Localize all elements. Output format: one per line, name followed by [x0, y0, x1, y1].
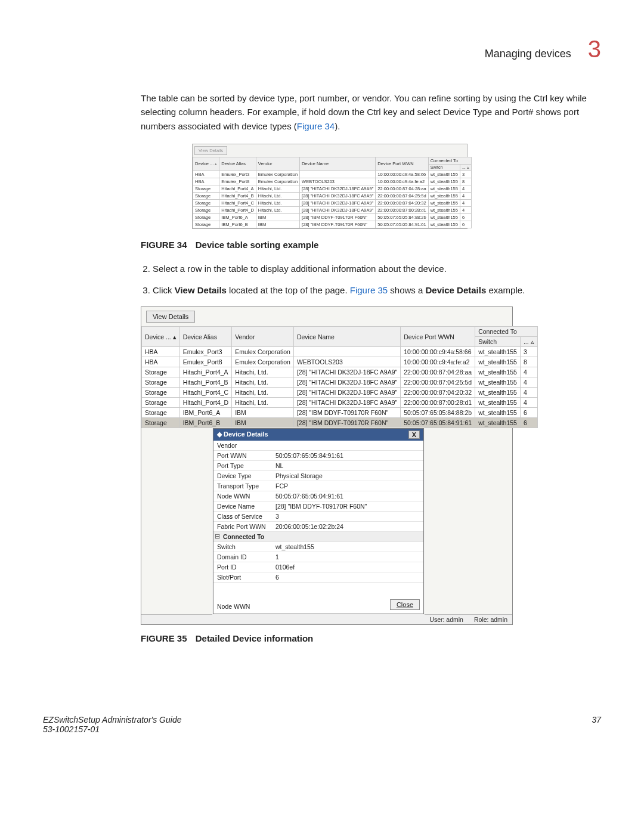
step-2: Select a row in the table to display add… [153, 262, 601, 276]
detail-val: NL [272, 461, 423, 471]
detail-val: [28] "IBM DDYF-T09170R F60N" [272, 501, 423, 512]
detail-group[interactable]: Connected To [213, 532, 423, 542]
device-table: Device ... ▴ Device Alias Vendor Device … [141, 326, 538, 428]
view-details-button[interactable]: View Details [146, 311, 195, 323]
col-connected[interactable]: Connected To [428, 157, 471, 164]
detail-val: 6 [272, 572, 423, 583]
footer-docnum: 53-1002157-01 [43, 724, 181, 734]
device-table-small: Device ... Device Alias Vendor Device Na… [193, 157, 472, 228]
detail-key: Class of Service [213, 512, 272, 522]
table-row[interactable]: StorageIBM_Port6_BIBM[28] "IBM DDYF-T091… [142, 418, 538, 428]
col-name[interactable]: Device Name [300, 157, 376, 171]
detail-val: 1 [272, 552, 423, 562]
chapter-number: 3 [588, 36, 601, 63]
figure34-link[interactable]: Figure 34 [297, 121, 335, 131]
close-icon[interactable]: X [408, 431, 420, 439]
table-row[interactable]: StorageHitachi_Port4_DHitachi, Ltd.[28] … [193, 207, 472, 214]
table-row[interactable]: StorageHitachi_Port4_DHitachi, Ltd.[28] … [142, 398, 538, 408]
col-switch[interactable]: Switch [475, 337, 521, 347]
col-connected[interactable]: Connected To [475, 327, 537, 337]
col-name[interactable]: Device Name [293, 327, 400, 347]
view-details-button-small[interactable]: View Details [194, 146, 227, 155]
detail-val: 50:05:07:65:05:04:91:61 [272, 491, 423, 501]
detail-val: Physical Storage [272, 471, 423, 481]
table-row[interactable]: StorageIBM_Port6_AIBM[28] "IBM DDYF-T091… [142, 408, 538, 418]
section-title: Managing devices [485, 48, 571, 60]
status-user: User: admin [429, 616, 463, 623]
detail-key: Node WWN [213, 491, 272, 501]
footer-guide: EZSwitchSetup Administrator's Guide [43, 715, 181, 724]
table-row[interactable]: StorageHitachi_Port4_BHitachi, Ltd.[28] … [142, 377, 538, 388]
detail-key: Transport Type [213, 481, 272, 491]
table-row[interactable]: StorageHitachi_Port4_AHitachi, Ltd.[28] … [142, 367, 538, 377]
col-wwn[interactable]: Device Port WWN [376, 157, 428, 171]
col-wwn[interactable]: Device Port WWN [401, 327, 475, 347]
table-row[interactable]: StorageHitachi_Port4_AHitachi, Ltd.[28] … [193, 185, 472, 193]
node-wwn-label: Node WWN [217, 603, 250, 610]
col-device[interactable]: Device ... ▴ [142, 327, 180, 347]
figure34-panel: View Details Device ... Device Alias Ven… [192, 144, 467, 229]
col-vendor[interactable]: Vendor [232, 327, 294, 347]
detail-key: Device Name [213, 501, 272, 512]
detail-val: FCP [272, 481, 423, 491]
table-row[interactable]: HBAEmulex_Port3Emulex Corporation10:00:0… [142, 347, 538, 357]
table-row[interactable]: HBAEmulex_Port8Emulex CorporationWEBTOOL… [193, 178, 472, 185]
detail-key: Vendor [213, 441, 272, 451]
col-vendor[interactable]: Vendor [256, 157, 299, 171]
detail-val: wt_stealth155 [272, 542, 423, 552]
col-switch[interactable]: Switch [428, 164, 460, 171]
device-details-title: ◆ Device Details [217, 431, 268, 439]
table-row[interactable]: StorageIBM_Port6_BIBM[28] "IBM DDYF-T091… [193, 221, 472, 228]
col-port[interactable]: ... ▵ [460, 164, 471, 171]
detail-key: Switch [213, 542, 272, 552]
table-row[interactable]: StorageHitachi_Port4_CHitachi, Ltd.[28] … [142, 388, 538, 398]
detail-val: 50:05:07:65:05:84:91:61 [272, 451, 423, 461]
detail-val: 3 [272, 512, 423, 522]
intro-paragraph: The table can be sorted by device type, … [141, 91, 601, 133]
close-button[interactable]: Close [390, 599, 420, 610]
detail-key: Port ID [213, 562, 272, 572]
table-row[interactable]: StorageIBM_Port6_AIBM[28] "IBM DDYF-T091… [193, 214, 472, 221]
detail-key: Device Type [213, 471, 272, 481]
page-number: 37 [592, 715, 601, 734]
figure35-caption: Detailed Device information [196, 633, 314, 643]
status-role: Role: admin [474, 616, 507, 623]
figure34-label: FIGURE 34 [141, 240, 187, 250]
detail-key: Port WWN [213, 451, 272, 461]
figure35-label: FIGURE 35 [141, 633, 187, 643]
detail-key: Domain ID [213, 552, 272, 562]
detail-key: Slot/Port [213, 572, 272, 583]
figure35-panel: View Details Device ... ▴ Device Alias V… [141, 306, 513, 625]
detail-val: 20:06:00:05:1e:02:2b:24 [272, 522, 423, 532]
table-row[interactable]: HBAEmulex_Port3Emulex Corporation10:00:0… [193, 171, 472, 178]
step-3: Click View Details located at the top of… [153, 283, 601, 298]
device-details-icon: ◆ [217, 431, 222, 438]
detail-val [272, 441, 423, 451]
table-row[interactable]: StorageHitachi_Port4_BHitachi, Ltd.[28] … [193, 193, 472, 200]
col-alias[interactable]: Device Alias [179, 327, 231, 347]
detail-key: Port Type [213, 461, 272, 471]
figure34-caption: Device table sorting example [196, 240, 319, 250]
table-row[interactable]: HBAEmulex_Port8Emulex CorporationWEBTOOL… [142, 357, 538, 367]
device-details-dialog: ◆ Device Details X VendorPort WWN50:05:0… [213, 428, 424, 614]
col-device[interactable]: Device ... [193, 157, 219, 171]
figure35-link[interactable]: Figure 35 [350, 285, 388, 295]
detail-key: Fabric Port WWN [213, 522, 272, 532]
table-row[interactable]: StorageHitachi_Port4_CHitachi, Ltd.[28] … [193, 200, 472, 207]
col-port[interactable]: ... ▵ [520, 337, 537, 347]
col-alias[interactable]: Device Alias [219, 157, 256, 171]
detail-val: 0106ef [272, 562, 423, 572]
